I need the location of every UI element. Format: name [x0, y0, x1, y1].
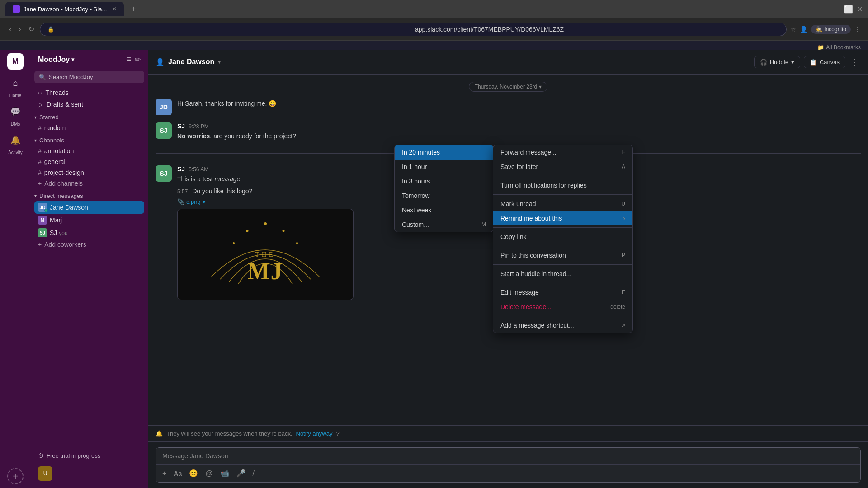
- ctx-copy-link[interactable]: Copy link: [493, 230, 632, 244]
- sj-msg-time: 9:28 PM: [189, 123, 209, 130]
- dm-jane-label: Jane Dawson: [50, 204, 88, 211]
- emoji-button[interactable]: 😊: [187, 467, 200, 479]
- menu-dots-icon[interactable]: ⋮: [854, 26, 861, 33]
- sidebar-drafts-label: Drafts & sent: [47, 101, 83, 108]
- video-button[interactable]: 📹: [218, 467, 231, 479]
- hash-icon: #: [38, 124, 42, 131]
- ctx-forward-message[interactable]: Forward message... F: [493, 145, 632, 160]
- sidebar-nav-dms[interactable]: 💬 DMs: [7, 102, 24, 128]
- remind-item-custom[interactable]: Custom... M: [395, 217, 493, 232]
- add-coworkers-label: Add coworkers: [44, 241, 86, 248]
- remind-item-20min[interactable]: In 20 minutes: [395, 145, 493, 160]
- file-icon: 📎: [177, 198, 184, 205]
- date-nov23-text: Thursday, November 23rd: [475, 84, 538, 90]
- remind-nextweek-label: Next week: [402, 206, 431, 214]
- jane-msg-avatar: JD: [156, 99, 172, 115]
- hash-icon: #: [38, 158, 42, 165]
- dm-sj-label: SJ you: [50, 229, 68, 236]
- remind-custom-shortcut: M: [481, 221, 486, 228]
- profile-icon[interactable]: 👤: [800, 26, 807, 33]
- sidebar-item-drafts[interactable]: ▷ Drafts & sent: [34, 99, 144, 110]
- jane-msg-content: Hi Sarah, thanks for inviting me. 😀: [177, 99, 861, 115]
- new-tab-button[interactable]: +: [127, 4, 140, 15]
- address-bar[interactable]: 🔒 app.slack.com/client/T067MEBPPUY/D066V…: [40, 23, 787, 36]
- ctx-delete[interactable]: Delete message... delete: [493, 300, 632, 314]
- user-profile-area[interactable]: U: [34, 463, 144, 484]
- bookmark-star-icon[interactable]: ☆: [790, 26, 796, 33]
- date-chip-nov23[interactable]: Thursday, November 23rd ▾: [469, 82, 548, 92]
- notify-anyway-link[interactable]: Notify anyway: [296, 430, 333, 437]
- ctx-add-shortcut[interactable]: Add a message shortcut... ↗: [493, 318, 632, 333]
- add-icon: +: [38, 180, 42, 187]
- active-tab[interactable]: Jane Dawson - MoodJoy - Sla... ✕: [5, 2, 124, 16]
- remind-3hours-label: In 3 hours: [402, 178, 430, 185]
- channels-section-header[interactable]: ▾ Channels: [31, 133, 148, 145]
- compose-icon[interactable]: ✏: [135, 55, 141, 64]
- ctx-huddle-thread[interactable]: Start a huddle in thread...: [493, 267, 632, 281]
- browser-titlebar: Jane Dawson - MoodJoy - Sla... ✕ + ─ ⬜ ✕: [0, 0, 868, 18]
- logo-preview: THE MJ: [177, 209, 354, 300]
- message-input[interactable]: Message Jane Dawson: [156, 448, 860, 464]
- sj-avatar: SJ: [38, 228, 47, 237]
- tab-favicon: [13, 5, 20, 13]
- dms-label: DMs: [11, 122, 20, 127]
- workspace-name-button[interactable]: MoodJoy ▾: [38, 56, 74, 64]
- dm-section-header[interactable]: ▾ Direct messages: [31, 189, 148, 201]
- add-channels-label: Add channels: [44, 180, 83, 187]
- starred-section-header[interactable]: ▾ Starred: [31, 110, 148, 122]
- remind-item-nextweek[interactable]: Next week: [395, 203, 493, 217]
- filter-icon[interactable]: ≡: [127, 55, 131, 64]
- minimize-button[interactable]: ─: [835, 5, 840, 14]
- sidebar-nav-home[interactable]: ⌂ Home: [7, 73, 24, 100]
- close-window-button[interactable]: ✕: [857, 5, 863, 14]
- sidebar-search-bar[interactable]: 🔍 Search MoodJoy: [34, 71, 144, 83]
- ctx-remind[interactable]: Remind me about this ›: [493, 211, 632, 225]
- back-button[interactable]: ‹: [7, 23, 13, 35]
- channel-item-annotation[interactable]: # annotation: [34, 145, 144, 156]
- remind-item-1hour[interactable]: In 1 hour: [395, 160, 493, 174]
- chat-title[interactable]: 👤 Jane Dawson ▾: [156, 58, 221, 66]
- trial-button[interactable]: ⏱ Free trial in progress: [34, 449, 144, 463]
- channel-item-general[interactable]: # general: [34, 156, 144, 167]
- shortcuts-button[interactable]: /: [251, 468, 256, 479]
- ctx-save-later[interactable]: Save for later A: [493, 160, 632, 174]
- add-coworkers-icon: +: [38, 241, 42, 248]
- refresh-button[interactable]: ↻: [27, 23, 36, 35]
- sidebar-top-section: ○ Threads ▷ Drafts & sent: [31, 87, 148, 110]
- format-button[interactable]: Aa: [172, 468, 184, 479]
- remind-item-3hours[interactable]: In 3 hours: [395, 174, 493, 188]
- channel-item-project-design[interactable]: # project-design: [34, 167, 144, 178]
- add-channels-button[interactable]: + Add channels: [34, 178, 144, 189]
- dm-list: JD Jane Dawson M Marj SJ SJ you + Add co…: [31, 201, 148, 250]
- add-coworkers-button[interactable]: + Add coworkers: [34, 239, 144, 250]
- ctx-divider-7: [493, 316, 632, 316]
- channel-item-random[interactable]: # random: [34, 122, 144, 133]
- sidebar-item-threads[interactable]: ○ Threads: [34, 87, 144, 99]
- dm-item-sj[interactable]: SJ SJ you: [34, 226, 144, 239]
- channels-label: Channels: [39, 137, 64, 144]
- tab-close-button[interactable]: ✕: [112, 6, 117, 12]
- ctx-mark-unread-label: Mark unread: [500, 200, 536, 207]
- more-options-button[interactable]: ⋮: [849, 55, 861, 69]
- mention-button[interactable]: @: [203, 468, 214, 479]
- mic-button[interactable]: 🎤: [235, 467, 247, 479]
- canvas-button[interactable]: 📋 Canvas: [804, 56, 845, 68]
- ctx-notifications[interactable]: Turn off notifications for replies: [493, 178, 632, 192]
- incognito-badge: 🕵 Incognito: [811, 25, 851, 34]
- forward-button[interactable]: ›: [17, 23, 23, 35]
- ctx-divider-5: [493, 264, 632, 265]
- add-button[interactable]: +: [160, 468, 168, 479]
- activity-icon: 🔔: [7, 132, 24, 148]
- remind-item-tomorrow[interactable]: Tomorrow: [395, 188, 493, 203]
- dm-item-marj[interactable]: M Marj: [34, 214, 144, 226]
- ctx-pin[interactable]: Pin to this conversation P: [493, 248, 632, 263]
- workspace-avatar[interactable]: M: [7, 53, 24, 70]
- add-workspace-button[interactable]: +: [7, 468, 24, 484]
- maximize-button[interactable]: ⬜: [844, 5, 853, 14]
- sidebar-nav-activity[interactable]: 🔔 Activity: [7, 130, 24, 157]
- ctx-mark-unread[interactable]: Mark unread U: [493, 197, 632, 211]
- dm-item-jane[interactable]: JD Jane Dawson: [34, 201, 144, 214]
- ctx-edit[interactable]: Edit message E: [493, 285, 632, 300]
- message-toolbar: + Aa 😊 @ 📹 🎤 /: [156, 464, 860, 482]
- huddle-button[interactable]: 🎧 Huddle ▾: [754, 56, 800, 68]
